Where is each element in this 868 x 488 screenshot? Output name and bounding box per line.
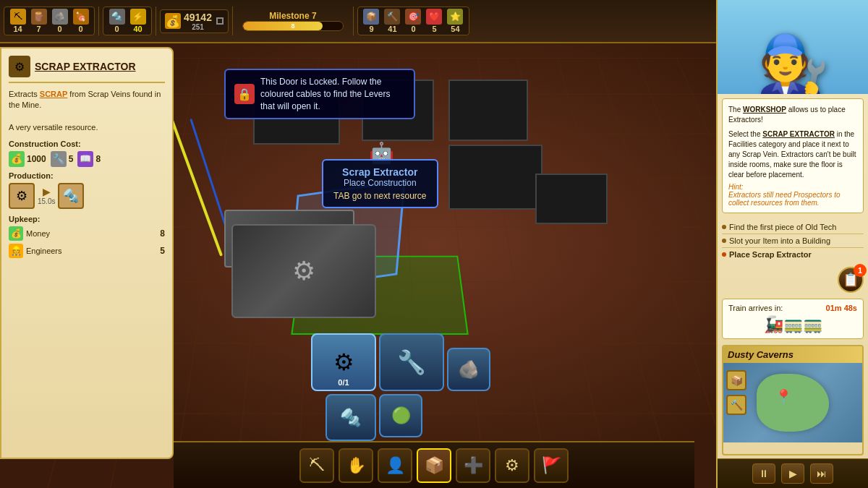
- toolbar-settings-btn[interactable]: ⚙: [495, 448, 529, 483]
- wall-box-4: [448, 145, 542, 210]
- quest-dot-2: [722, 239, 726, 243]
- energy-icon: ⚡: [130, 9, 146, 25]
- toolbar-plus-btn[interactable]: ➕: [456, 448, 490, 483]
- r3c-value: 0: [411, 25, 415, 33]
- hud-r3d: ❤️ 5: [425, 9, 443, 33]
- toolbar-person-btn[interactable]: 👤: [378, 448, 412, 483]
- item-card-3[interactable]: 🪨: [447, 348, 490, 391]
- gold-section: 💰 49142 251: [160, 9, 229, 33]
- workers-value: 14: [13, 25, 22, 33]
- quest-badge: 1: [854, 264, 867, 277]
- item-card-5[interactable]: 🟢: [379, 394, 422, 437]
- r3b-icon: 🔨: [384, 9, 400, 25]
- character-figure: 🧑‍🔧: [757, 36, 829, 94]
- resource-group-1: ⛏ 14 🪵 7 🪨 0 🍖 0: [4, 7, 95, 35]
- item-card-4-icon: 🔩: [340, 408, 362, 428]
- cost-money-item: 💰 1000: [9, 151, 46, 167]
- item-card-2[interactable]: 🔧: [379, 333, 444, 391]
- hud-res3: 🪨 0: [51, 9, 69, 33]
- gold-sub: 251: [192, 23, 204, 31]
- r3d-value: 5: [432, 25, 436, 33]
- production-row: ⚙ ▶ 15.0s 🔩: [9, 183, 165, 209]
- cost-wrench-val: 5: [69, 154, 74, 164]
- r3a-icon: 📦: [363, 9, 379, 25]
- map-icon-left-2[interactable]: 🔨: [726, 395, 746, 415]
- r3e-value: 54: [451, 25, 459, 33]
- left-panel: ⚙ Scrap Extractor Extracts SCRAP from Sc…: [0, 47, 174, 459]
- hud-res4: 🍖 0: [72, 9, 90, 33]
- top-hud: ⛏ 14 🪵 7 🪨 0 🍖 0 🔩 0 ⚡ 40 💰 491: [0, 0, 716, 43]
- production-label: Production:: [9, 171, 165, 180]
- item-card-2-icon: 🔧: [397, 348, 426, 376]
- map-title: Dusty Caverns: [723, 346, 862, 363]
- construction-hint: TAB go to next resource: [333, 191, 427, 201]
- hud-r3b: 🔨 41: [383, 9, 401, 33]
- wood-value: 7: [36, 25, 41, 33]
- quest-badge-area: 📋 1: [722, 267, 864, 293]
- money-cost-icon: 💰: [9, 151, 25, 167]
- scrap-value: 0: [114, 25, 119, 33]
- map-landmass: 📍: [757, 374, 829, 432]
- train-row: Train arrives in: 01m 48s: [728, 304, 857, 312]
- map-icon-left-1[interactable]: 📦: [726, 370, 746, 390]
- toolbar-pick-btn[interactable]: ⛏: [299, 448, 334, 483]
- panel-title: Scrap Extractor: [35, 61, 136, 72]
- right-panel: 🧑‍🔧 The WORKSHOP allows us to place Extr…: [716, 0, 868, 488]
- item-card-4[interactable]: 🔩: [326, 394, 376, 441]
- hud-energy: ⚡ 40: [129, 9, 147, 33]
- toolbar-box-btn[interactable]: 📦: [417, 448, 451, 483]
- hud-r3c: 🎯 0: [404, 9, 422, 33]
- wood-icon: 🪵: [31, 9, 47, 25]
- toolbar-hand-btn[interactable]: ✋: [339, 448, 373, 483]
- workers-icon: ⛏: [10, 9, 26, 25]
- fast-forward-button[interactable]: ⏭: [810, 463, 833, 484]
- construction-subtitle: Place Construction: [333, 178, 427, 188]
- wrench-cost-icon: 🔧: [51, 151, 67, 167]
- upkeep-engineers-row: 👷 Engineers 5: [9, 244, 165, 258]
- quest-dot-3: [722, 252, 726, 257]
- milestone-progress-bar: 8: [242, 21, 344, 31]
- item-card-1[interactable]: ⚙ 0/1: [311, 333, 376, 391]
- divider-1: [98, 7, 99, 35]
- door-tooltip-text: This Door is Locked. Follow the coloured…: [260, 76, 405, 112]
- item-cards-row-1: ⚙ 0/1 🔧 🪨: [311, 333, 528, 391]
- cost-book-item: 📖 8: [77, 151, 101, 167]
- quest-item-3: Place Scrap Extractor: [722, 248, 864, 261]
- panel-title-icon: ⚙: [9, 56, 30, 77]
- production-arrow: ▶: [43, 186, 51, 197]
- item-cards: ⚙ 0/1 🔧 🪨 🔩 🟢: [311, 333, 528, 441]
- resource-group-2: 🔩 0 ⚡ 40: [103, 7, 152, 35]
- play-button[interactable]: ▶: [781, 463, 804, 484]
- wall-box-5: [535, 174, 608, 224]
- quest-icon-btn[interactable]: 📋 1: [838, 267, 864, 293]
- cost-money-val: 1000: [27, 154, 46, 164]
- toolbar-flag-btn[interactable]: 🚩: [534, 448, 569, 483]
- hud-r3e: ⭐ 54: [446, 9, 464, 33]
- hud-r3a: 📦 9: [362, 9, 380, 33]
- quest-list: Find the first piece of Old Tech Slot yo…: [722, 221, 864, 261]
- quest-dot-1: [722, 225, 726, 229]
- upkeep-engineers-icon: 👷: [9, 244, 23, 258]
- map-flag: 📍: [775, 388, 793, 406]
- r3e-icon: ⭐: [447, 9, 463, 25]
- hud-scrap: 🔩 0: [108, 9, 126, 33]
- train-timer: Train arrives in: 01m 48s 🚂🚃🚃: [722, 299, 864, 339]
- gold-value: 49142: [184, 12, 212, 23]
- scrap-link: SCRAP: [40, 90, 68, 98]
- divider-4: [353, 7, 354, 35]
- item-card-5-icon: 🟢: [391, 406, 411, 425]
- upkeep-section-label: Upkeep:: [9, 215, 165, 223]
- r3a-value: 9: [369, 25, 373, 33]
- r3b-value: 41: [388, 25, 396, 33]
- character-area: 🧑‍🔧: [718, 0, 868, 94]
- scrap-icon: 🔩: [109, 9, 125, 25]
- food-icon: 🍖: [73, 9, 89, 25]
- upkeep-money-value: 8: [160, 228, 165, 239]
- pause-button[interactable]: ⏸: [752, 463, 775, 484]
- stone-icon: 🪨: [52, 9, 68, 25]
- train-icon: 🚂🚃🚃: [728, 315, 857, 334]
- quest-item-2: Slot your Item into a Building: [722, 234, 864, 248]
- upkeep-money-row: 💰 Money 8: [9, 226, 165, 241]
- cost-row: 💰 1000 🔧 5 📖 8: [9, 151, 165, 167]
- bottom-toolbar: ⛏ ✋ 👤 📦 ➕ ⚙ 🚩: [174, 441, 694, 488]
